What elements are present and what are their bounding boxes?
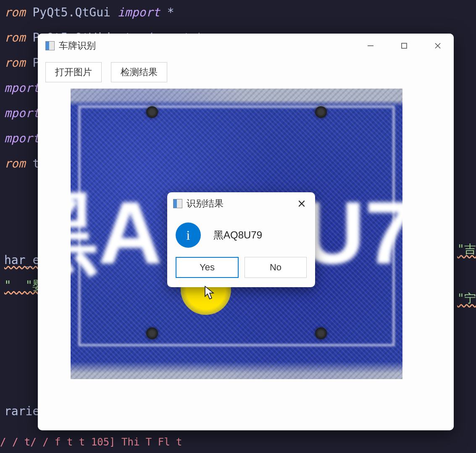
close-icon <box>297 199 306 208</box>
close-button[interactable] <box>429 37 446 54</box>
minimize-icon <box>367 42 374 50</box>
minimize-button[interactable] <box>362 37 379 54</box>
bolt-icon <box>146 327 158 339</box>
maximize-icon <box>400 42 408 50</box>
code-text: PyQt5.QtGui <box>26 5 118 19</box>
kw-import: mport <box>4 81 39 95</box>
open-image-button[interactable]: 打开图片 <box>45 62 102 82</box>
detect-result-button[interactable]: 检测结果 <box>111 62 167 82</box>
message-dialog: 识别结果 i 黑AQ8U79 Yes No <box>167 192 315 287</box>
code-string-right: "宁 <box>457 291 476 306</box>
yes-button[interactable]: Yes <box>176 257 239 278</box>
kw-from: rom <box>4 5 26 19</box>
dialog-title: 识别结果 <box>187 197 294 210</box>
kw-from: rom <box>4 31 26 45</box>
toolbar: 打开图片 检测结果 <box>38 58 454 86</box>
close-icon <box>434 42 442 50</box>
app-icon <box>45 41 55 50</box>
kw-import: mport <box>4 106 39 120</box>
dialog-titlebar[interactable]: 识别结果 <box>167 192 315 215</box>
kw-import: import <box>118 5 160 19</box>
dialog-close-button[interactable] <box>294 196 309 211</box>
app-icon <box>173 199 182 208</box>
bolt-icon <box>146 106 158 118</box>
console-output: / / t/ / f t t 105] Thi T Fl t <box>0 430 476 453</box>
maximize-button[interactable] <box>396 37 413 54</box>
dialog-body: i 黑AQ8U79 <box>167 215 315 252</box>
code-var: har_e <box>4 253 39 267</box>
info-icon: i <box>176 223 201 248</box>
dialog-buttons: Yes No <box>167 252 315 287</box>
code-text: * <box>160 5 174 19</box>
dialog-message: 黑AQ8U79 <box>213 228 262 242</box>
titlebar[interactable]: 车牌识别 <box>38 34 454 58</box>
code-text: rarie <box>4 404 39 418</box>
no-button[interactable]: No <box>245 257 307 278</box>
code-string-right: "吉 <box>457 241 476 257</box>
kw-from: rom <box>4 56 26 70</box>
bolt-icon <box>315 106 327 118</box>
window-title: 车牌识别 <box>59 39 362 52</box>
svg-rect-1 <box>402 43 407 48</box>
bolt-icon <box>315 327 327 339</box>
kw-from: rom <box>4 157 26 170</box>
kw-import: mport <box>4 131 39 145</box>
